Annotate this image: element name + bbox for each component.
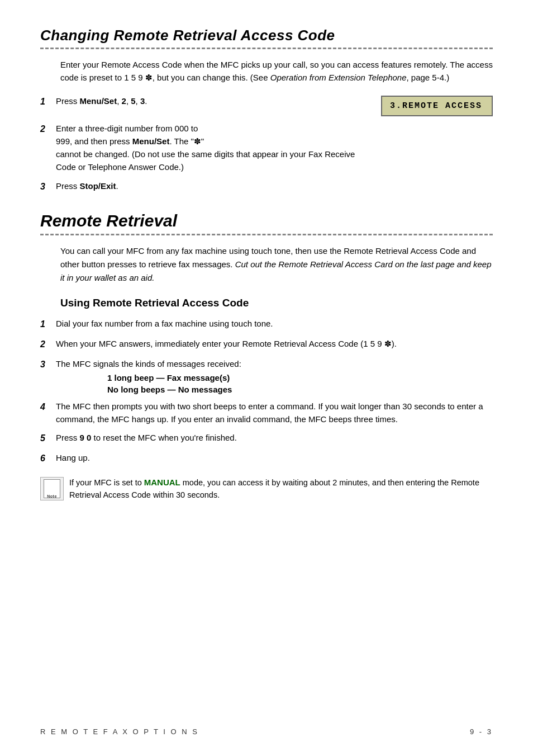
beep-info-2: No long beeps — No messages (107, 385, 493, 394)
sub-step-1-row: 1 Dial your fax number from a fax machin… (40, 317, 493, 332)
step-3-text: Press Stop/Exit. (56, 179, 493, 192)
footer-left-text: R E M O T E F A X O P T I O N S (40, 727, 199, 736)
sub-step-4-row: 4 The MFC then prompts you with two shor… (40, 400, 493, 426)
divider-2 (40, 234, 493, 235)
page-content: Changing Remote Retrieval Access Code En… (0, 0, 533, 546)
divider-1 (40, 48, 493, 49)
step-3-row: 3 Press Stop/Exit. (40, 179, 493, 194)
sub-step-2-number: 2 (40, 337, 56, 352)
step-1-text: Press Menu/Set, 2, 5, 3. (56, 94, 147, 107)
step-1-number: 1 (40, 94, 56, 109)
page-footer: R E M O T E F A X O P T I O N S 9 - 3 (40, 727, 493, 736)
step-3-number: 3 (40, 179, 56, 194)
sub-step-5-row: 5 Press 9 0 to reset the MFC when you're… (40, 431, 493, 446)
beep-info-1: 1 long beep — Fax message(s) (107, 373, 493, 382)
sub-step-3-row: 3 The MFC signals the kinds of messages … (40, 357, 493, 372)
lcd-display: 3.REMOTE ACCESS (381, 96, 493, 116)
note-text: If your MFC is set to MANUAL mode, you c… (69, 476, 493, 502)
note-icon: Note (40, 477, 64, 500)
sub-step-6-text: Hang up. (56, 451, 493, 464)
sub-step-2-text: When your MFC answers, immediately enter… (56, 337, 493, 350)
sub-step-3-text: The MFC signals the kinds of messages re… (56, 357, 493, 370)
step-2-number: 2 (40, 122, 56, 136)
footer-right-text: 9 - 3 (470, 727, 493, 736)
sub-step-1-number: 1 (40, 317, 56, 332)
section2-intro: You can call your MFC from any fax machi… (60, 244, 493, 285)
sub-step-4-number: 4 (40, 400, 56, 414)
section2-title: Remote Retrieval (40, 211, 493, 230)
sub-step-5-text: Press 9 0 to reset the MFC when you're f… (56, 431, 493, 444)
sub-step-3-number: 3 (40, 357, 56, 372)
step-1-row: 1 Press Menu/Set, 2, 5, 3. 3.REMOTE ACCE… (40, 94, 493, 116)
sub-step-1-text: Dial your fax number from a fax machine … (56, 317, 493, 330)
step-2-text: Enter a three-digit number from 000 to 9… (56, 122, 493, 174)
sub-step-6-row: 6 Hang up. (40, 451, 493, 466)
section1-title: Changing Remote Retrieval Access Code (40, 27, 493, 44)
section1-intro: Enter your Remote Access Code when the M… (60, 58, 493, 84)
sub-step-4-text: The MFC then prompts you with two short … (56, 400, 493, 426)
note-label: Note (47, 494, 57, 498)
subsection-title: Using Remote Retrieval Access Code (60, 297, 493, 309)
step-2-row: 2 Enter a three-digit number from 000 to… (40, 122, 493, 174)
note-box: Note If your MFC is set to MANUAL mode, … (40, 476, 493, 502)
sub-step-2-row: 2 When your MFC answers, immediately ent… (40, 337, 493, 352)
sub-step-6-number: 6 (40, 451, 56, 466)
sub-step-5-number: 5 (40, 431, 56, 446)
